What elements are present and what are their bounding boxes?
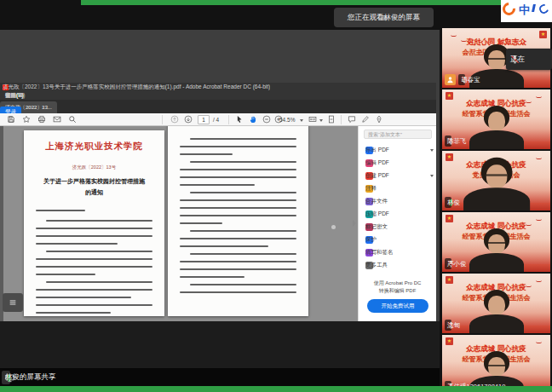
tool-item-6[interactable]: 压缩 PDF bbox=[365, 209, 434, 220]
participant-nameplate: 严小俊 bbox=[445, 258, 451, 269]
page-number-input[interactable]: 1 bbox=[198, 115, 210, 124]
page-down-icon[interactable] bbox=[184, 115, 193, 124]
doc-text-line bbox=[190, 284, 296, 285]
doc-text-line bbox=[180, 207, 296, 209]
logo-text: 中 bbox=[519, 3, 530, 17]
page-up-icon[interactable] bbox=[170, 115, 179, 124]
tool-item-3[interactable]: 创建 PDF bbox=[365, 170, 434, 182]
doc-text-line bbox=[190, 161, 296, 163]
document-viewport: 上海济光职业技术学院 济光政〔2022〕13号 关于进一步严格落实校园封控管理措… bbox=[0, 126, 436, 321]
watching-banner[interactable]: 您正在观看林俊的屏幕 bbox=[334, 8, 434, 27]
tool-label: 压缩 PDF bbox=[365, 210, 389, 218]
participant-nameplate: 林俊 bbox=[445, 197, 451, 208]
tool-label: 创建 PDF bbox=[365, 172, 389, 180]
doc-text-line bbox=[180, 153, 233, 155]
doc-text-line bbox=[36, 312, 111, 314]
doc-text-line bbox=[46, 251, 152, 252]
logo-swirl-icon bbox=[500, 0, 518, 18]
tool-label: 合并文件 bbox=[365, 198, 388, 205]
status-popup-text: 正在 bbox=[510, 55, 525, 65]
top-window-edge bbox=[81, 0, 501, 5]
tool-item-2[interactable]: 编辑 PDF bbox=[365, 158, 434, 169]
tool-item-9[interactable]: 填写和签名 bbox=[365, 247, 434, 258]
zoom-out-icon[interactable] bbox=[262, 115, 271, 124]
tool-item-5[interactable]: 合并文件 bbox=[365, 196, 434, 207]
participant-nameplate: 胡春宝 bbox=[458, 74, 465, 85]
comment-icon[interactable] bbox=[348, 115, 356, 124]
tool-item-7[interactable]: 标记密文 bbox=[365, 222, 434, 233]
toolbar-divider bbox=[162, 115, 163, 124]
search-icon[interactable] bbox=[68, 115, 77, 124]
doc-text-line bbox=[36, 243, 118, 245]
participant-name: 陈菲飞 bbox=[447, 137, 467, 146]
tool-label: 导出 PDF bbox=[365, 147, 389, 154]
banner-menu-icon[interactable] bbox=[380, 14, 388, 22]
doc-text-line bbox=[180, 222, 222, 224]
pencil-icon[interactable] bbox=[361, 115, 370, 124]
bottom-bar: 林俊的屏幕共享 bbox=[0, 368, 440, 387]
member-badge-icon bbox=[445, 74, 456, 85]
hand-tool-icon[interactable] bbox=[249, 115, 257, 124]
participant-nameplate: 陈菲飞 bbox=[445, 135, 451, 147]
print-icon[interactable] bbox=[37, 115, 46, 124]
promo-line1: 使用 Acrobat Pro DC bbox=[359, 280, 436, 287]
doc-text-line bbox=[36, 258, 152, 260]
zoom-caret-icon[interactable] bbox=[300, 119, 303, 122]
tool-label: 填写和签名 bbox=[365, 249, 394, 257]
doc-text-line bbox=[180, 146, 296, 147]
participant-video-6[interactable]: ★ 众志成城 同心抗疫 经管系党员组织生活会 王佳瑶13061788419 bbox=[442, 335, 550, 392]
menu-help[interactable]: 帮助(H) bbox=[5, 92, 24, 100]
doc-text-line bbox=[190, 138, 296, 140]
screen: 中 您正在观看林俊的屏幕 济光政〔2022〕13号关于进一步严格落实校园封控管理… bbox=[0, 0, 552, 392]
mouse-cursor-dot bbox=[331, 225, 336, 229]
zoom-level-dropdown[interactable]: 54.5% bbox=[279, 117, 295, 123]
doc-text-line bbox=[180, 245, 268, 247]
page-count-label: / 4 bbox=[213, 117, 219, 123]
doc-text-line bbox=[180, 276, 244, 278]
logo-partial-glyph bbox=[538, 3, 550, 15]
participant-video-4[interactable]: ★ 众志成城 同心抗疫 经管系党员组织生活会 严小俊 bbox=[442, 212, 550, 272]
doc-text-line bbox=[36, 210, 85, 211]
corner-logo: 中 bbox=[501, 0, 552, 22]
doc-text-line bbox=[36, 304, 152, 306]
doc-text-line bbox=[180, 176, 296, 178]
pdf-page-2 bbox=[168, 126, 308, 316]
participant-video-2[interactable]: ★ 众志成城 同心抗疫 经管系党员组织生活会 陈菲飞 bbox=[442, 89, 550, 149]
tool-item-10[interactable]: 更多工具 bbox=[365, 260, 434, 271]
participant-name: 胡春宝 bbox=[461, 76, 480, 84]
participant-video-5[interactable]: ★ 众志成城 同心抗疫 经管系党员组织生活会 沈甸 bbox=[442, 274, 550, 333]
free-trial-button[interactable]: 开始免费试用 bbox=[367, 299, 428, 313]
page2-text-block bbox=[168, 126, 308, 316]
select-tool-icon[interactable] bbox=[235, 115, 244, 124]
tools-panel: 导出 PDF编辑 PDF创建 PDF注释合并文件压缩 PDF标记密文保护填写和签… bbox=[358, 126, 436, 321]
doc-text-line bbox=[190, 192, 296, 193]
tool-item-1[interactable]: 导出 PDF bbox=[365, 145, 434, 156]
acrobat-window-title: 济光政〔2022〕13号关于进一步严格落实校园封控管理措施的通知(1).pdf … bbox=[3, 84, 270, 91]
close-button[interactable]: × bbox=[3, 85, 9, 90]
doc-text-line bbox=[46, 220, 152, 222]
participant-video-3-active[interactable]: ★ 众志成城 同心抗疫 党员组织生活会 林俊 bbox=[442, 151, 550, 210]
chevron-down-icon bbox=[430, 149, 434, 152]
participant-nameplate: 沈甸 bbox=[445, 320, 451, 331]
toolbar-divider bbox=[341, 115, 342, 124]
fill-sign-icon[interactable] bbox=[375, 115, 383, 124]
person-icon bbox=[446, 76, 454, 84]
share-label-text: 林俊的屏幕共享 bbox=[5, 372, 56, 383]
save-icon[interactable] bbox=[7, 115, 15, 124]
fit-caret-icon[interactable] bbox=[319, 119, 323, 122]
doc-text-line bbox=[180, 199, 296, 201]
acrobat-toolbar: 1 / 4 54.5% bbox=[0, 113, 436, 126]
tool-item-8[interactable]: 保护 bbox=[365, 234, 434, 245]
tool-label: 更多工具 bbox=[365, 262, 388, 269]
fit-width-icon[interactable] bbox=[308, 115, 317, 124]
participant-name: 林俊 bbox=[447, 199, 460, 207]
star-icon[interactable] bbox=[22, 115, 31, 124]
acrobat-titlebar: 济光政〔2022〕13号关于进一步严格落实校园封控管理措施的通知(1).pdf … bbox=[0, 83, 436, 92]
page-thumbnails-toggle[interactable] bbox=[3, 293, 23, 312]
panel-collapse-handle[interactable] bbox=[353, 220, 356, 227]
doc-text-line bbox=[36, 289, 152, 291]
doc-text-line bbox=[180, 268, 296, 270]
fit-page-icon[interactable] bbox=[327, 115, 336, 124]
email-icon[interactable] bbox=[53, 115, 61, 124]
tool-item-4[interactable]: 注释 bbox=[365, 183, 434, 194]
